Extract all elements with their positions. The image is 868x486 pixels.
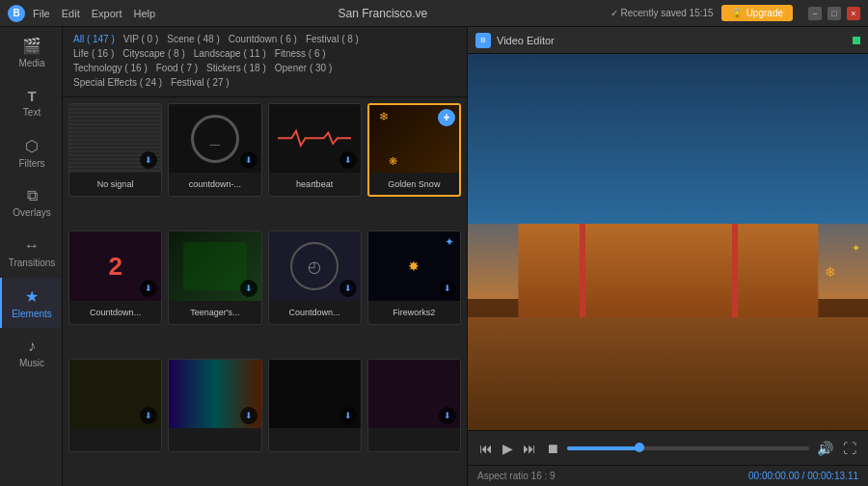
download-btn-bottom2[interactable]: ⬇	[240, 407, 258, 424]
download-btn-bottom4[interactable]: ⬇	[439, 407, 456, 424]
thumb-bottom3: ⬇	[269, 360, 361, 428]
grid-label-bottom1	[69, 428, 161, 451]
sidebar-item-overlays[interactable]: ⧉ Overlays	[0, 177, 62, 228]
grid-label-bottom2	[169, 428, 260, 451]
minimize-button[interactable]: −	[808, 7, 822, 20]
countdown3-circle: ◴	[290, 242, 339, 290]
countdown2-number: 2	[108, 252, 122, 282]
sidebar-item-music[interactable]: ♪ Music	[0, 328, 62, 378]
grid-item-countdown3[interactable]: ◴ ⬇ Countdown...	[268, 230, 362, 324]
countdown-circle: _	[191, 115, 239, 163]
grid-item-bottom2[interactable]: ⬇	[168, 359, 261, 452]
grid-label-fireworks2: Fireworks2	[368, 301, 460, 324]
play-button[interactable]: ▶	[501, 439, 515, 458]
tag-stickers[interactable]: Stickers ( 18 )	[203, 62, 269, 74]
download-btn-teenager[interactable]: ⬇	[240, 280, 258, 297]
sidebar-item-filters[interactable]: ⬡ Filters	[0, 127, 62, 177]
window-controls: − □ ×	[808, 7, 860, 20]
grid-item-bottom3[interactable]: ⬇	[268, 359, 362, 452]
grid-item-countdown2[interactable]: 2 ⬇ Countdown...	[68, 230, 162, 324]
grid-label-teenager: Teenager's...	[169, 301, 260, 324]
sidebar-label-transitions: Transitions	[9, 257, 56, 268]
grid-label-golden-snow: Golden Snow	[369, 173, 459, 195]
tag-cityscape[interactable]: Cityscape ( 8 )	[120, 47, 187, 60]
progress-fill	[567, 446, 639, 450]
tag-fitness[interactable]: Fitness ( 6 )	[272, 47, 329, 60]
tag-landscape[interactable]: Landscape ( 11 )	[191, 47, 269, 60]
fireworks-sparkle2: ✦	[445, 235, 454, 249]
menu-file[interactable]: File	[33, 8, 50, 19]
grid-label-countdown3: Countdown...	[269, 301, 361, 324]
stop-button[interactable]: ⏹	[544, 439, 561, 458]
download-btn-countdown-dash[interactable]: ⬇	[240, 151, 258, 169]
close-button[interactable]: ×	[847, 7, 860, 20]
sidebar-label-filters: Filters	[18, 158, 44, 169]
titlebar: B File Edit Export Help San Francisco.ve…	[0, 0, 868, 27]
sidebar-label-music: Music	[19, 358, 44, 368]
progress-bar[interactable]	[567, 446, 809, 450]
tag-all[interactable]: All ( 147 )	[70, 33, 118, 45]
overlays-icon: ⧉	[27, 187, 38, 204]
grid-item-heartbeat[interactable]: ⬇ heartbeat	[268, 103, 362, 197]
tag-vip[interactable]: VIP ( 0 )	[121, 33, 162, 45]
thumb-golden-snow: ❄ ✦ ❋ +	[369, 105, 459, 173]
maximize-button[interactable]: □	[827, 7, 841, 20]
grid-item-golden-snow[interactable]: ❄ ✦ ❋ + Golden Snow	[367, 103, 461, 197]
tag-festival2[interactable]: Festival ( 27 )	[168, 76, 232, 89]
volume-button[interactable]: 🔊	[815, 439, 835, 458]
grid-label-countdown-dash: countdown-...	[169, 173, 260, 196]
grid-item-bottom1[interactable]: ⬇	[68, 359, 162, 452]
music-icon: ♪	[28, 338, 36, 355]
download-btn-heartbeat[interactable]: ⬇	[339, 151, 357, 169]
download-btn-countdown3[interactable]: ⬇	[339, 280, 357, 297]
tags-row-4: Special Effects ( 24 ) Festival ( 27 )	[70, 76, 459, 89]
snowflake-3: ❋	[389, 155, 397, 168]
titlebar-title: San Francisco.ve	[339, 7, 428, 20]
thumb-bottom4: ⬇	[368, 360, 460, 428]
thumb-heartbeat: ⬇	[269, 104, 361, 173]
download-btn-countdown2[interactable]: ⬇	[140, 280, 157, 297]
video-frame: ❄ ✦ ❋ ✸ ❄ ✦ ✦	[468, 54, 868, 430]
titlebar-left: B File Edit Export Help	[8, 5, 155, 22]
particle-5: ❄	[825, 264, 836, 280]
grid-item-no-signal[interactable]: ⬇ No signal	[68, 103, 162, 197]
download-btn-bottom3[interactable]: ⬇	[339, 407, 357, 424]
progress-dot	[635, 443, 644, 452]
tag-technology[interactable]: Technology ( 16 )	[70, 62, 150, 74]
transitions-icon: ↔	[24, 237, 40, 255]
saved-status: ✓ Recently saved 15:15	[610, 8, 714, 18]
skip-back-button[interactable]: ⏮	[477, 439, 495, 458]
sidebar-item-elements[interactable]: ★ Elements	[0, 278, 62, 328]
sidebar-item-transitions[interactable]: ↔ Transitions	[0, 228, 62, 278]
text-icon: T	[27, 88, 36, 104]
tags-area: All ( 147 ) VIP ( 0 ) Scene ( 48 ) Count…	[63, 27, 467, 97]
tags-row-2: Life ( 16 ) Cityscape ( 8 ) Landscape ( …	[70, 47, 459, 60]
skip-forward-button[interactable]: ⏭	[521, 439, 538, 458]
tag-special-effects[interactable]: Special Effects ( 24 )	[70, 76, 165, 89]
thumb-bottom1: ⬇	[69, 360, 161, 428]
thumb-countdown3: ◴ ⬇	[269, 231, 361, 300]
preview-title: Video Editor	[497, 35, 555, 46]
sidebar-label-elements: Elements	[12, 309, 52, 319]
menu-edit[interactable]: Edit	[62, 8, 80, 19]
sidebar-item-media[interactable]: 🎬 Media	[0, 27, 62, 77]
tag-food[interactable]: Food ( 7 )	[153, 62, 201, 74]
grid-item-teenager[interactable]: ⬇ Teenager's...	[168, 230, 261, 324]
tag-life[interactable]: Life ( 16 )	[70, 47, 117, 60]
tag-festival1[interactable]: Festival ( 8 )	[303, 33, 362, 45]
tag-countdown[interactable]: Countdown ( 6 )	[226, 33, 300, 45]
grid-item-fireworks2[interactable]: ✸ ✦ ⬇ Fireworks2	[367, 230, 461, 324]
fullscreen-button[interactable]: ⛶	[841, 439, 858, 458]
sidebar-item-text[interactable]: T Text	[0, 77, 62, 127]
tag-opener[interactable]: Opener ( 30 )	[272, 62, 335, 74]
grid-item-bottom4[interactable]: ⬇	[367, 359, 461, 452]
grid-item-countdown-dash[interactable]: _ ⬇ countdown-...	[168, 103, 261, 197]
download-btn-bottom1[interactable]: ⬇	[140, 407, 157, 424]
tag-scene[interactable]: Scene ( 48 )	[164, 33, 222, 45]
sidebar-label-text: Text	[23, 107, 41, 118]
add-btn-golden-snow[interactable]: +	[438, 109, 455, 126]
menu-help[interactable]: Help	[134, 8, 156, 19]
upgrade-button[interactable]: 🔒 Upgrade	[721, 5, 793, 21]
menu-export[interactable]: Export	[92, 8, 122, 19]
download-btn-fireworks2[interactable]: ⬇	[439, 280, 456, 297]
